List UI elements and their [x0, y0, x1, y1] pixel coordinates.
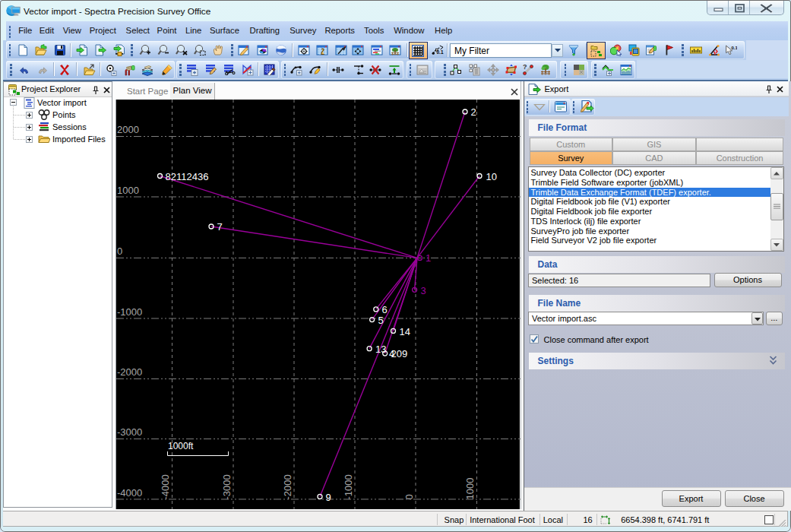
svg-text:13: 13 — [375, 344, 386, 355]
svg-text:4: 4 — [389, 348, 394, 359]
svg-text:-4000: -4000 — [160, 474, 171, 499]
svg-text:-3000: -3000 — [117, 426, 142, 438]
svg-text:1000: 1000 — [117, 185, 139, 196]
svg-text:-2000: -2000 — [282, 474, 293, 499]
svg-text:-3000: -3000 — [221, 474, 233, 499]
svg-text:-4000: -4000 — [117, 487, 142, 499]
svg-text:1000: 1000 — [464, 478, 476, 500]
svg-text:9: 9 — [326, 492, 331, 503]
svg-text:1: 1 — [426, 252, 431, 264]
svg-text:2000: 2000 — [117, 124, 139, 135]
svg-text:10: 10 — [486, 171, 497, 182]
svg-text:0.1: 0.1 — [731, 46, 737, 50]
svg-text:5: 5 — [378, 315, 384, 326]
svg-text:-2000: -2000 — [117, 366, 142, 378]
svg-text:0: 0 — [117, 245, 122, 257]
svg-text:7: 7 — [217, 221, 223, 233]
svg-text:1000ft: 1000ft — [168, 441, 194, 451]
svg-text:-1000: -1000 — [117, 306, 142, 318]
svg-text:0.1: 0.1 — [437, 49, 444, 55]
svg-text:-1000: -1000 — [343, 474, 354, 499]
svg-text:0: 0 — [403, 494, 415, 499]
svg-text:?: ? — [523, 64, 527, 71]
svg-text:3: 3 — [421, 285, 426, 296]
svg-text:2: 2 — [471, 106, 476, 118]
svg-text:14: 14 — [400, 326, 410, 337]
svg-text:82112436: 82112436 — [166, 171, 209, 182]
